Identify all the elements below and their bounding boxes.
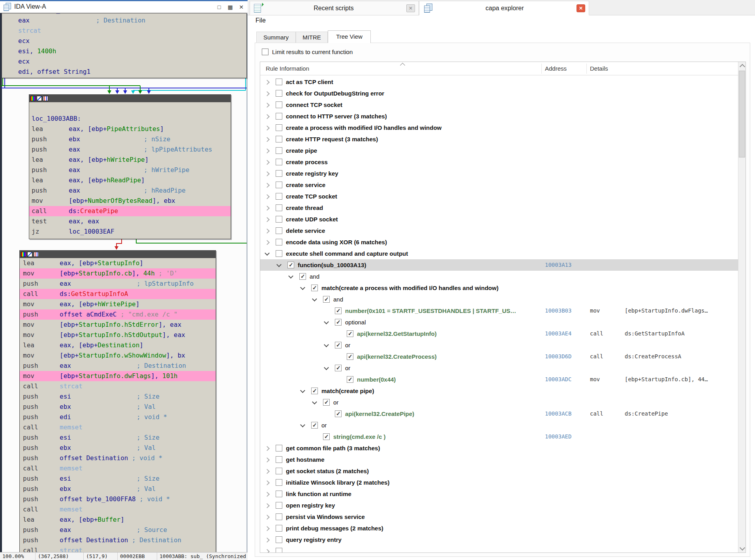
checkbox[interactable] xyxy=(323,433,330,440)
checkbox[interactable] xyxy=(276,227,282,234)
asm-line[interactable]: callds:CreatePipe xyxy=(29,206,231,216)
asm-line[interactable]: pushoffset aCmdExeC ; "cmd.exe /c " xyxy=(20,309,216,320)
chevron-down-icon[interactable] xyxy=(312,399,317,405)
checkbox[interactable] xyxy=(276,525,282,532)
asm-line[interactable]: strcat xyxy=(2,26,246,36)
checkbox[interactable] xyxy=(347,353,353,360)
tree-row[interactable]: or xyxy=(260,420,738,431)
block-header[interactable] xyxy=(20,251,216,258)
checkbox[interactable] xyxy=(276,239,282,245)
tree-row[interactable]: function(sub_10003A13)10003A13 xyxy=(260,259,738,271)
checkbox[interactable] xyxy=(276,250,282,257)
chevron-right-icon[interactable] xyxy=(265,194,270,199)
asm-line[interactable]: leaeax, [ebp+StartupInfo] xyxy=(20,258,216,268)
tree-row[interactable]: or xyxy=(260,397,738,408)
tree-row[interactable] xyxy=(260,545,738,553)
checkbox[interactable] xyxy=(335,410,342,417)
chevron-down-icon[interactable] xyxy=(288,273,293,279)
checkbox[interactable] xyxy=(311,422,318,429)
tab-recent-scripts[interactable]: Recent scripts ✕ xyxy=(250,1,419,15)
asm-line[interactable]: loc_10003ABB: xyxy=(29,114,231,124)
tree-scrollbar[interactable] xyxy=(738,62,746,553)
tab-mitre[interactable]: MITRE xyxy=(296,32,328,43)
limit-results-checkbox[interactable] xyxy=(262,49,269,55)
edit-node-icon[interactable] xyxy=(27,252,32,257)
close-tab-icon[interactable]: ✕ xyxy=(406,4,415,12)
asm-line[interactable]: leaeax, [ebp+Buffer] xyxy=(20,515,216,525)
chevron-right-icon[interactable] xyxy=(265,549,270,553)
asm-line[interactable]: pushoffset byte_1000FFA8 ; void * xyxy=(20,494,216,504)
chevron-down-icon[interactable] xyxy=(324,365,329,370)
scroll-up-icon[interactable] xyxy=(740,64,745,69)
tree-row[interactable]: create pipe xyxy=(260,145,738,156)
chevron-down-icon[interactable] xyxy=(300,422,305,427)
tree-row[interactable]: persist via Windows service xyxy=(260,511,738,523)
checkbox[interactable] xyxy=(335,342,342,348)
checkbox[interactable] xyxy=(276,456,282,463)
checkbox[interactable] xyxy=(347,376,353,383)
close-tab-icon[interactable]: ✕ xyxy=(577,4,585,12)
chevron-right-icon[interactable] xyxy=(265,183,270,188)
checkbox[interactable] xyxy=(276,170,282,177)
column-rule-information[interactable]: Rule Information xyxy=(266,65,309,72)
chevron-right-icon[interactable] xyxy=(265,103,270,108)
tab-tree-view[interactable]: Tree View xyxy=(328,30,371,43)
menu-file[interactable]: File xyxy=(253,16,268,25)
asm-line[interactable]: pushebx; Val xyxy=(20,443,216,453)
asm-line[interactable]: mov[ebp+StartupInfo.cb], 44h ; 'D' xyxy=(20,268,216,279)
float-window-icon[interactable]: □ xyxy=(214,3,224,11)
chevron-right-icon[interactable] xyxy=(265,515,270,520)
tree-row[interactable]: initialize Winsock library (2 matches) xyxy=(260,477,738,488)
asm-line[interactable]: pusheax; lpStartupInfo xyxy=(20,279,216,289)
asm-line[interactable]: pushesi; Size xyxy=(20,391,216,402)
chevron-right-icon[interactable] xyxy=(265,446,270,451)
chevron-right-icon[interactable] xyxy=(265,91,270,96)
chevron-right-icon[interactable] xyxy=(265,217,270,222)
tree-row[interactable]: match(create pipe) xyxy=(260,385,738,397)
column-address[interactable]: Address xyxy=(545,65,567,72)
chevron-right-icon[interactable] xyxy=(265,492,270,497)
asm-line[interactable]: mov[ebp+StartupInfo.wShowWindow], bx xyxy=(20,350,216,361)
chevron-right-icon[interactable] xyxy=(265,206,270,211)
chevron-right-icon[interactable] xyxy=(265,480,270,485)
checkbox[interactable] xyxy=(276,101,282,108)
chevron-right-icon[interactable] xyxy=(265,240,270,245)
chevron-down-icon[interactable] xyxy=(276,262,282,267)
tree-row[interactable]: string(cmd.exe /c )10003AED xyxy=(260,431,738,442)
tree-row[interactable]: check for OutputDebugString error xyxy=(260,88,738,99)
chevron-right-icon[interactable] xyxy=(265,137,270,142)
asm-line[interactable]: ecx xyxy=(2,56,246,67)
checkbox[interactable] xyxy=(335,307,342,314)
asm-line[interactable]: callstrcat xyxy=(20,381,216,391)
checkbox[interactable] xyxy=(323,296,330,303)
asm-line[interactable]: pusheax; hWritePipe xyxy=(29,165,231,175)
group-node-icon[interactable] xyxy=(34,252,39,257)
tree-row[interactable]: create HTTP request (3 matches) xyxy=(260,133,738,145)
chevron-down-icon[interactable] xyxy=(300,285,305,290)
checkbox[interactable] xyxy=(276,502,282,509)
tree-row[interactable]: create TCP socket xyxy=(260,191,738,202)
tree-row[interactable]: query registry entry xyxy=(260,534,738,545)
chevron-right-icon[interactable] xyxy=(265,160,270,165)
tree-row[interactable]: and xyxy=(260,294,738,305)
asm-line[interactable]: jzloc_10003EAF xyxy=(29,227,231,237)
chevron-down-icon[interactable] xyxy=(300,388,305,393)
tree-header[interactable]: Rule Information Address Details xyxy=(260,62,738,75)
checkbox[interactable] xyxy=(276,113,282,120)
basic-block[interactable]: offset asc_1000eax; Destinationstrcatecx… xyxy=(2,13,247,78)
checkbox[interactable] xyxy=(335,365,342,371)
tree-row[interactable]: print debug messages (2 matches) xyxy=(260,523,738,534)
checkbox[interactable] xyxy=(311,388,318,394)
tree-row[interactable]: or xyxy=(260,339,738,351)
asm-line[interactable]: pushebx; Val xyxy=(20,484,216,494)
chevron-down-icon[interactable] xyxy=(324,319,329,324)
asm-line[interactable]: pusheax; lpPipeAttributes xyxy=(29,144,231,155)
edit-node-icon[interactable] xyxy=(37,96,42,101)
tab-capa-explorer[interactable]: capa explorer ✕ xyxy=(419,1,589,15)
asm-line[interactable]: leaeax, [ebp+PipeAttributes] xyxy=(29,124,231,134)
tree-row[interactable]: number(0x44)10003ADCmov[ebp+StartupInfo.… xyxy=(260,374,738,385)
asm-line[interactable]: callmemset xyxy=(20,504,216,515)
chevron-down-icon[interactable] xyxy=(324,342,329,347)
checkbox[interactable] xyxy=(276,445,282,451)
checkbox[interactable] xyxy=(276,468,282,474)
